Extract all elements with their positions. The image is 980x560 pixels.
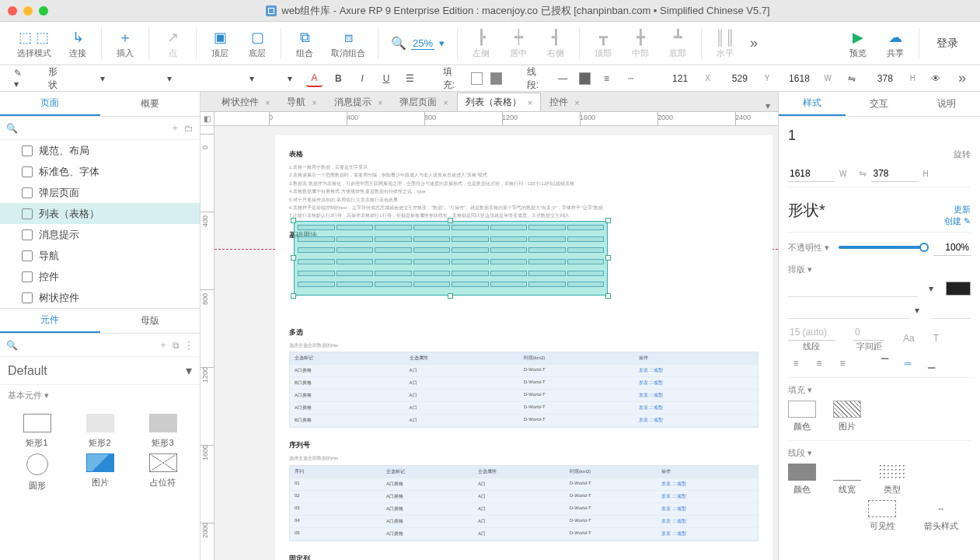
lock-aspect-icon[interactable]: ⇋ [844,70,860,87]
line-width-button[interactable]: ≡ [598,70,615,87]
close-tab-icon[interactable]: × [574,98,579,107]
font-weight-dropdown[interactable] [788,302,910,319]
text-options-icon[interactable]: T [933,333,939,344]
bold-button[interactable]: B [330,70,347,87]
line-dash-button[interactable]: ┄ [623,70,639,87]
ruler-corner[interactable]: ◧ [201,112,214,125]
page-item[interactable]: 规范、布局 [0,140,200,161]
valign-bottom-icon[interactable]: ▁ [923,357,939,369]
h-input[interactable] [868,70,902,87]
canvas-page-content[interactable]: 表格 1.表格一般用于数据，后要是文字显示2.表格需展示一个范围数据时，需要用分… [275,135,772,560]
tab-notes[interactable]: 说明 [913,92,980,116]
connect-button[interactable]: ↳连接 [59,27,96,59]
fill-image-option[interactable]: 图片 [833,401,861,432]
tab-interactions[interactable]: 交互 [846,92,912,116]
doctabs-menu-icon[interactable]: ▾ [758,100,778,111]
document-tab[interactable]: 弹层页面× [391,93,456,111]
italic-button[interactable]: I [354,70,371,87]
widget-rect1[interactable]: 矩形1 [8,414,66,449]
stroke-type-option[interactable]: 类型 [878,464,906,495]
selection-box[interactable] [294,221,608,296]
visibility-icon[interactable]: 👁 [928,70,944,87]
distribute-h-button[interactable]: ║║水平 [706,27,744,59]
bullet-list-button[interactable]: ☰ [403,70,419,87]
lock-aspect-icon[interactable]: ⇋ [859,168,867,179]
y-input[interactable] [723,70,757,87]
widget-rect3[interactable]: 矩形3 [134,414,192,449]
document-tab[interactable]: 列表（表格）× [457,93,541,111]
text-case-icon[interactable]: Aa [903,333,915,344]
valign-top-icon[interactable]: ▔ [877,357,892,369]
pages-search-input[interactable] [23,121,166,136]
page-item[interactable]: 控件 [0,266,200,287]
underline-button[interactable]: U [378,70,395,87]
page-item[interactable]: 导航 [0,245,200,266]
page-item[interactable]: 消息提示 [0,224,200,245]
font-color-button[interactable]: A [306,70,323,87]
document-tab[interactable]: 消息提示× [326,93,391,111]
add-library-icon[interactable]: ＋ [159,338,168,352]
widget-rect2[interactable]: 矩形2 [71,414,129,449]
font-family-dropdown[interactable] [788,280,918,297]
tab-outline[interactable]: 概要 [100,92,201,116]
tab-masters[interactable]: 母版 [100,309,201,333]
multi-select-table[interactable]: 全选标记全选属性时限(km2)操作A口类格A口D-World-T发表 二项型B口… [289,352,759,428]
align-top-button[interactable]: ┳顶部 [584,27,622,59]
basic-widgets-header[interactable]: 基本元件 ▾ [0,385,200,406]
font-dropdown[interactable]: ▾ [119,69,179,88]
opacity-input[interactable] [933,239,971,256]
close-tab-icon[interactable]: × [443,98,448,107]
select-mode-button[interactable]: ⬚ ⬚选择模式 [9,27,59,59]
widget-image[interactable]: 图片 [71,453,129,492]
resize-handle[interactable] [605,218,611,223]
resize-handle[interactable] [291,218,296,223]
close-tab-icon[interactable]: × [265,98,270,107]
stroke-width-option[interactable]: 线宽 [833,464,861,495]
insert-button[interactable]: ＋插入 [106,27,144,59]
w-input[interactable] [782,70,816,87]
font-weight-dropdown[interactable]: ▾ [186,69,260,88]
align-text-center-icon[interactable]: ≡ [811,357,827,369]
char-spacing-input[interactable] [853,324,884,341]
preview-button[interactable]: ▶预览 [839,27,877,59]
opacity-label[interactable]: 不透明性 ▾ [788,242,829,254]
shape-style-dropdown[interactable]: 形状▾ [42,69,110,88]
fill-pattern-swatch[interactable] [490,72,502,85]
widget-circle[interactable]: 圆形 [8,453,66,492]
font-size-dropdown[interactable]: ▾ [268,69,298,88]
tab-widgets[interactable]: 元件 [0,309,100,333]
library-list-icon[interactable]: ⧉ [173,340,180,351]
bring-front-button[interactable]: ▣顶层 [201,27,239,59]
line-spacing-input[interactable] [788,324,835,341]
x-input[interactable] [663,70,697,87]
ungroup-button[interactable]: ⧈取消组合 [323,27,373,59]
resize-handle[interactable] [291,255,296,261]
share-button[interactable]: ☁共享 [877,27,914,59]
widgets-search-input[interactable] [23,338,154,353]
page-item[interactable]: 弹层页面 [0,182,200,203]
add-page-icon[interactable]: ＋ [170,121,180,135]
library-dropdown[interactable]: Default▾ [0,357,200,385]
document-tab[interactable]: 导航× [278,93,325,111]
resize-handle[interactable] [448,218,453,223]
stroke-color-option[interactable]: 颜色 [788,464,816,495]
library-menu-icon[interactable]: ⋮ [184,340,194,351]
widget-placeholder[interactable]: 占位符 [134,453,192,492]
visibility-option[interactable]: 可见性 [868,500,896,532]
close-window-icon[interactable] [8,6,17,16]
line-style-button[interactable]: — [555,70,571,87]
toolbar-overflow-button[interactable]: » [744,35,764,51]
point-button[interactable]: ↗点 [154,27,191,59]
fill-color-swatch[interactable] [471,72,483,85]
align-left-button[interactable]: ┣左侧 [462,27,500,59]
add-folder-icon[interactable]: 🗀 [184,123,194,134]
line-color-swatch[interactable] [579,72,591,85]
typeset-section[interactable]: 排版 ▾ [788,264,971,275]
resize-handle[interactable] [448,293,453,299]
document-tab[interactable]: 树状控件× [213,93,278,111]
group-button[interactable]: ⧉组合 [286,27,323,59]
close-tab-icon[interactable]: × [378,98,382,107]
maximize-window-icon[interactable] [39,6,48,16]
document-tab[interactable]: 控件× [541,93,588,111]
resize-handle[interactable] [605,255,611,261]
